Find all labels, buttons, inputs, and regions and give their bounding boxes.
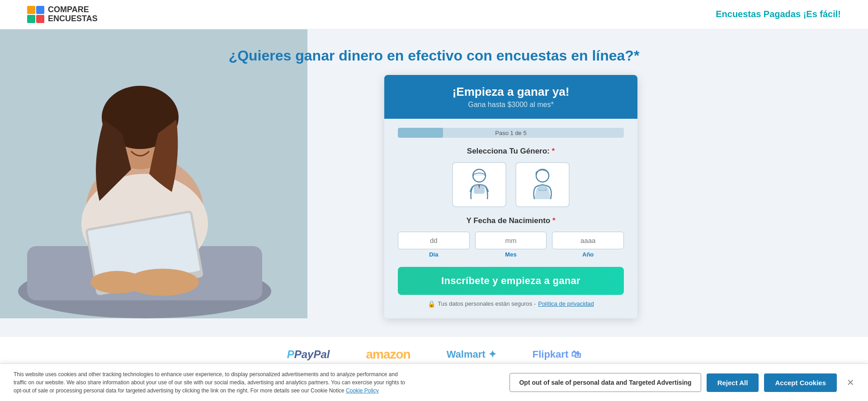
svg-rect-1 — [36, 6, 44, 14]
dob-year-label: Año — [582, 251, 594, 258]
svg-rect-18 — [538, 185, 547, 191]
dob-month-field: Mes — [475, 232, 547, 258]
dob-year-input[interactable] — [552, 232, 624, 249]
privacy-link[interactable]: Política de privacidad — [538, 300, 594, 307]
gender-male[interactable] — [452, 162, 506, 207]
dob-label: Y Fecha de Nacimiento * — [398, 216, 624, 225]
svg-rect-3 — [36, 15, 44, 23]
dob-month-input[interactable] — [475, 232, 547, 249]
hero-content: ¿Quieres ganar dinero en efectivo con en… — [0, 29, 868, 336]
svg-rect-0 — [27, 6, 35, 14]
form-card: ¡Empieza a ganar ya! Gana hasta $3000 al… — [384, 75, 637, 318]
logo-text: COMPARE ENCUESTAS — [48, 5, 98, 23]
header-tagline: Encuestas Pagadas ¡Es fácil! — [716, 9, 841, 19]
dob-section: Y Fecha de Nacimiento * Día Mes — [398, 216, 624, 258]
hero-title: ¿Quieres ganar dinero en efectivo con en… — [229, 47, 640, 64]
partner-flipkart: Flipkart 🛍 — [533, 349, 581, 360]
progress-bar: Paso 1 de 5 — [398, 128, 624, 138]
privacy-text: Tus datos personales están seguros - — [438, 300, 536, 307]
dob-day-label: Día — [429, 251, 438, 258]
dob-day-field: Día — [398, 232, 470, 258]
cookie-banner: This website uses cookies and other trac… — [0, 364, 868, 373]
form-card-header: ¡Empieza a ganar ya! Gana hasta $3000 al… — [384, 75, 637, 119]
gender-female[interactable] — [515, 162, 570, 207]
dob-day-input[interactable] — [398, 232, 470, 249]
logo[interactable]: COMPARE ENCUESTAS — [27, 5, 98, 23]
svg-rect-2 — [27, 15, 35, 23]
form-card-title: ¡Empieza a ganar ya! — [398, 85, 624, 99]
dob-year-field: Año — [552, 232, 624, 258]
logo-icon — [27, 6, 44, 23]
progress-bar-fill — [398, 128, 443, 138]
dob-month-label: Mes — [505, 251, 516, 258]
dob-inputs: Día Mes Año — [398, 232, 624, 258]
header: COMPARE ENCUESTAS Encuestas Pagadas ¡Es … — [0, 0, 868, 29]
privacy-notice: 🔒 Tus datos personales están seguros - P… — [398, 300, 624, 308]
form-card-subtitle: Gana hasta $3000 al mes* — [398, 101, 624, 109]
cookie-text: This website uses cookies and other trac… — [14, 370, 411, 373]
gender-options — [398, 162, 624, 207]
lock-icon: 🔒 — [428, 300, 435, 308]
male-icon — [465, 168, 494, 201]
partner-paypal: PPayPal — [287, 348, 330, 361]
partner-amazon: amazon — [366, 347, 410, 362]
female-icon — [528, 168, 557, 201]
submit-button[interactable]: Inscríbete y empieza a ganar — [398, 267, 624, 295]
progress-bar-label: Paso 1 de 5 — [495, 129, 526, 136]
gender-label: Selecciona Tu Género: * — [398, 147, 624, 156]
partner-walmart: Walmart ✦ — [447, 349, 496, 360]
form-card-body: Paso 1 de 5 Selecciona Tu Género: * — [384, 119, 637, 318]
hero-section: ¿Quieres ganar dinero en efectivo con en… — [0, 29, 868, 336]
